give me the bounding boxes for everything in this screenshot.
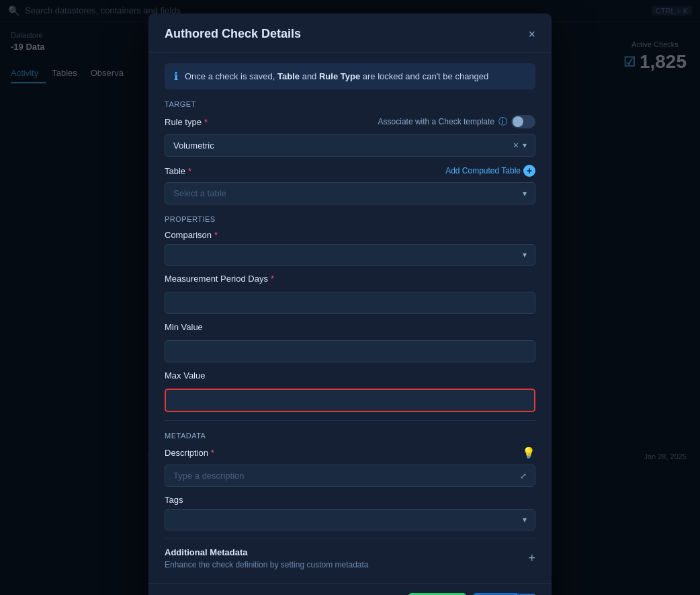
additional-metadata-sub: Enhance the check definition by setting … xyxy=(165,560,369,569)
tags-group: Tags ▾ xyxy=(165,495,535,530)
info-icon: ℹ xyxy=(174,70,178,83)
additional-metadata-header: Additional Metadata Enhance the check de… xyxy=(165,547,535,569)
modal-body: ℹ Once a check is saved, Table and Rule … xyxy=(148,52,552,583)
comparison-arrow[interactable]: ▾ xyxy=(523,250,527,260)
rule-type-required: * xyxy=(204,117,208,127)
associate-info-icon[interactable]: ⓘ xyxy=(498,116,507,128)
rule-type-select[interactable]: Volumetric × ▾ xyxy=(165,134,535,157)
modal: Authored Check Details × ℹ Once a check … xyxy=(148,13,552,595)
associate-toggle[interactable] xyxy=(511,115,535,128)
bulb-icon[interactable]: 💡 xyxy=(522,446,535,459)
tags-select[interactable]: ▾ xyxy=(165,509,535,530)
target-section-label: Target xyxy=(165,100,535,108)
description-input[interactable]: Type a description ⤢ xyxy=(165,465,535,487)
clear-icon[interactable]: × xyxy=(513,140,519,151)
tags-dropdown-arrow[interactable]: ▾ xyxy=(523,515,527,524)
metadata-section-label: Metadata xyxy=(165,432,535,440)
min-value-label: Min Value xyxy=(165,322,535,332)
table-select[interactable]: Select a table ▾ xyxy=(165,182,535,204)
min-value-input[interactable] xyxy=(165,340,535,362)
add-computed-table-button[interactable]: Add Computed Table + xyxy=(445,165,535,177)
modal-title: Authored Check Details xyxy=(165,27,301,41)
comparison-required: * xyxy=(214,230,218,240)
add-metadata-button[interactable]: + xyxy=(528,551,535,565)
description-placeholder: Type a description xyxy=(173,471,245,481)
info-banner: ℹ Once a check is saved, Table and Rule … xyxy=(165,63,535,89)
properties-section-label: Properties xyxy=(165,215,535,223)
max-value-label: Max Value xyxy=(165,370,535,381)
properties-section: Properties Comparison * ▾ Measurement Pe… xyxy=(165,215,535,412)
associate-label: Associate with a Check template xyxy=(378,117,494,126)
measurement-period-label: Measurement Period Days * xyxy=(165,274,535,284)
modal-footer: Cancel Validate Save ▾ xyxy=(148,583,552,595)
select-actions: × ▾ xyxy=(513,140,527,151)
expand-icon[interactable]: ⤢ xyxy=(520,471,527,481)
plus-circle-icon: + xyxy=(523,165,535,177)
measurement-period-group: Measurement Period Days * xyxy=(165,274,535,314)
table-required: * xyxy=(188,166,191,176)
info-text: Once a check is saved, Table and Rule Ty… xyxy=(185,71,488,81)
rule-type-label: Rule type * xyxy=(165,117,208,127)
modal-header: Authored Check Details × xyxy=(148,13,552,52)
measurement-required: * xyxy=(271,274,274,284)
comparison-group: Comparison * ▾ xyxy=(165,230,535,266)
table-placeholder: Select a table xyxy=(173,188,226,198)
rule-type-value: Volumetric xyxy=(173,141,214,151)
description-required: * xyxy=(211,448,214,458)
description-header: Description * 💡 xyxy=(165,446,535,459)
measurement-period-input[interactable] xyxy=(165,292,535,314)
description-label: Description * xyxy=(165,448,214,458)
comparison-select[interactable]: ▾ xyxy=(165,244,535,266)
table-field-label: Table * xyxy=(165,166,191,176)
rule-type-row: Rule type * Associate with a Check templ… xyxy=(165,115,535,128)
toggle-knob xyxy=(513,116,523,127)
tags-label: Tags xyxy=(165,495,535,505)
additional-metadata-section: Additional Metadata Enhance the check de… xyxy=(165,539,535,569)
max-value-input[interactable] xyxy=(165,389,535,412)
close-button[interactable]: × xyxy=(528,28,535,40)
additional-metadata-title: Additional Metadata xyxy=(165,547,369,557)
table-dropdown-arrow[interactable]: ▾ xyxy=(523,189,527,198)
table-header-row: Table * Add Computed Table + xyxy=(165,165,535,177)
min-value-group: Min Value xyxy=(165,322,535,362)
metadata-section: Metadata Description * 💡 Type a descript… xyxy=(165,420,535,569)
dropdown-arrow[interactable]: ▾ xyxy=(523,141,527,150)
associate-row: Associate with a Check template ⓘ xyxy=(378,115,535,128)
max-value-group: Max Value xyxy=(165,370,535,412)
comparison-label: Comparison * xyxy=(165,230,535,240)
